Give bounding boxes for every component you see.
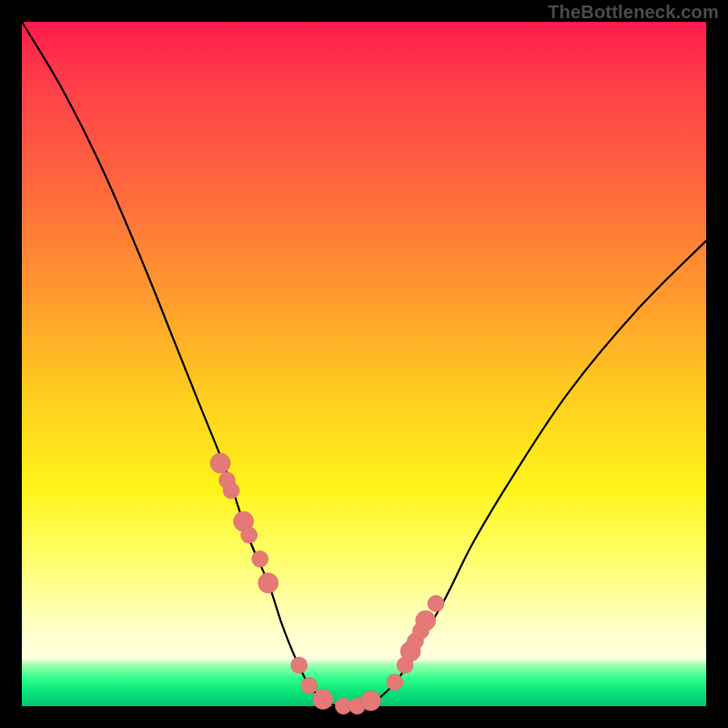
data-marker	[428, 595, 444, 612]
curve-svg	[22, 22, 706, 706]
data-marker	[210, 453, 230, 473]
plot-area	[22, 22, 706, 706]
data-marker	[291, 657, 308, 673]
data-marker	[223, 482, 239, 499]
data-marker	[387, 674, 403, 691]
data-marker	[301, 677, 318, 693]
data-marker	[416, 611, 436, 631]
data-marker	[258, 573, 278, 593]
watermark-text: TheBottleneck.com	[548, 2, 719, 23]
data-marker	[361, 691, 381, 711]
data-marker	[241, 527, 258, 543]
chart-frame: TheBottleneck.com	[0, 0, 728, 728]
marker-group	[210, 453, 444, 714]
data-marker	[313, 690, 333, 710]
bottleneck-curve	[22, 22, 706, 707]
data-marker	[252, 551, 268, 567]
